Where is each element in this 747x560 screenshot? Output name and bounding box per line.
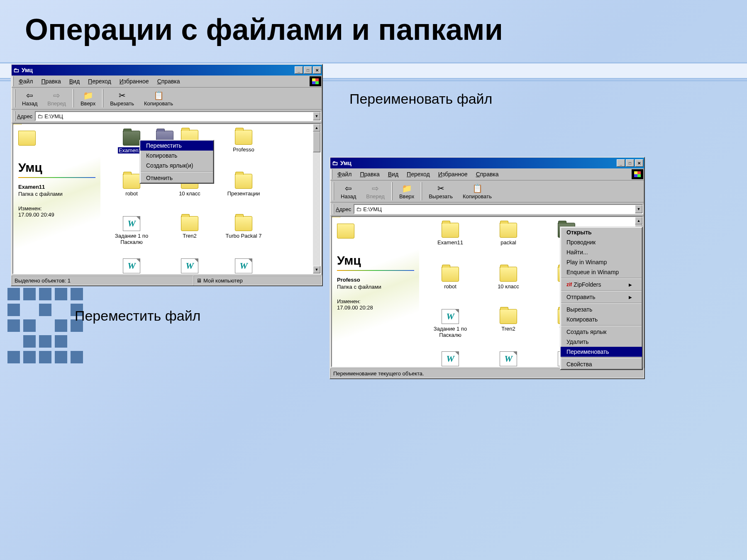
menu-properties[interactable]: Свойства: [561, 359, 642, 369]
title-text: Умц: [340, 160, 352, 166]
copy-button[interactable]: 📋Копировать: [458, 183, 497, 200]
up-button[interactable]: 📁Вверх: [76, 90, 100, 107]
client-area: Умц Examen11 Папка с файлами Изменен: 17…: [12, 123, 321, 274]
folder-item[interactable]: Examen11: [423, 223, 477, 246]
folder-item[interactable]: Turbo Packal 7: [217, 216, 271, 239]
menu-copy-here[interactable]: Копировать: [140, 151, 213, 161]
menu-create-shortcut[interactable]: Создать ярлык: [561, 327, 642, 337]
vertical-scrollbar[interactable]: ▲ ▼: [313, 124, 320, 273]
menu-play-winamp[interactable]: Play in Winamp: [561, 257, 642, 267]
minimize-button[interactable]: _: [617, 159, 625, 167]
menu-open[interactable]: Открыть: [561, 227, 642, 237]
scroll-down-icon[interactable]: ▼: [313, 266, 320, 273]
menu-file[interactable]: Файл: [15, 76, 37, 86]
file-item[interactable]: WЗадание 1 по Паскалю: [105, 216, 159, 245]
icons-area[interactable]: Examen11 Exa Professo Professo robot 10 …: [100, 124, 313, 273]
caption-move-file: Переместить файл: [75, 308, 200, 324]
file-item[interactable]: WЗадание 1 по Паскалю: [423, 309, 477, 338]
cut-button[interactable]: ✂Вырезать: [105, 90, 139, 107]
minimize-button[interactable]: _: [295, 66, 303, 74]
address-combo[interactable]: 🗀 E:\УМЦ ▼: [35, 111, 321, 121]
zif-icon: zif: [566, 282, 572, 287]
menu-view[interactable]: Вид: [65, 76, 84, 86]
menu-create-shortcut[interactable]: Создать ярлык(и): [140, 161, 213, 170]
file-item[interactable]: W: [163, 258, 217, 274]
menu-zipfolders[interactable]: zifZipFolders▶: [561, 280, 642, 290]
modified-label: Изменен:: [18, 205, 95, 212]
folder-item[interactable]: Tren2: [163, 216, 217, 239]
titlebar[interactable]: 🗀 Умц _ □ ✕: [330, 158, 644, 168]
menu-explorer[interactable]: Проводник: [561, 237, 642, 247]
folder-item[interactable]: packal: [481, 223, 535, 246]
file-item[interactable]: W: [423, 351, 477, 367]
scroll-thumb[interactable]: [313, 131, 320, 152]
modified-value: 17.09.00 20:49: [18, 212, 95, 218]
forward-button[interactable]: ⇨Вперед: [42, 90, 71, 107]
menu-send-to[interactable]: Отправить▶: [561, 292, 642, 302]
file-item[interactable]: W: [481, 351, 535, 367]
drive-name: Умц: [337, 253, 414, 268]
menu-edit[interactable]: Правка: [356, 169, 383, 179]
status-zone: 🖥 Мой компьютер: [193, 275, 322, 285]
menu-cancel[interactable]: Отменить: [140, 173, 213, 183]
up-folder-icon: 📁: [402, 183, 412, 193]
windows-logo-icon: [632, 169, 643, 179]
address-value: E:\УМЦ: [363, 206, 382, 212]
selected-type: Папка с файлами: [337, 284, 414, 290]
modified-label: Изменен:: [337, 298, 414, 304]
menu-copy[interactable]: Копировать: [561, 314, 642, 324]
menu-file[interactable]: Файл: [333, 169, 356, 179]
file-item[interactable]: W: [105, 258, 159, 274]
submenu-arrow-icon: ▶: [629, 295, 632, 299]
titlebar[interactable]: 🗀 Умц _ □ ✕: [12, 65, 322, 75]
folder-item[interactable]: 10 класс: [481, 267, 535, 290]
scroll-up-icon[interactable]: ▲: [313, 124, 320, 131]
folder-item[interactable]: robot: [423, 267, 477, 290]
menu-favorites[interactable]: Избранное: [115, 76, 153, 86]
up-button[interactable]: 📁Вверх: [394, 183, 419, 200]
back-button[interactable]: ⇦Назад: [336, 183, 361, 200]
menu-find[interactable]: Найти...: [561, 247, 642, 257]
maximize-button[interactable]: □: [304, 66, 312, 74]
close-button[interactable]: ✕: [635, 159, 643, 167]
menu-go[interactable]: Переход: [84, 76, 115, 86]
maximize-button[interactable]: □: [626, 159, 634, 167]
menu-delete[interactable]: Удалить: [561, 337, 642, 347]
folder-item[interactable]: Tren2: [481, 309, 535, 332]
folder-item[interactable]: Professo: [217, 130, 271, 153]
dropdown-icon[interactable]: ▼: [635, 205, 642, 213]
dropdown-icon[interactable]: ▼: [313, 112, 320, 120]
decorative-squares: [6, 286, 89, 365]
status-selection-count: Выделено объектов: 1: [12, 275, 193, 285]
menu-go[interactable]: Переход: [403, 169, 434, 179]
menu-rename[interactable]: Переименовать: [561, 347, 642, 357]
close-button[interactable]: ✕: [313, 66, 321, 74]
address-bar: Адрес 🗀 E:\УМЦ ▼: [330, 202, 644, 216]
cut-button[interactable]: ✂Вырезать: [424, 183, 458, 200]
menubar: Файл Правка Вид Переход Избранное Справк…: [330, 168, 644, 180]
menu-enqueue-winamp[interactable]: Enqueue in Winamp: [561, 267, 642, 277]
folder-icon: 🗀: [37, 113, 43, 119]
address-combo[interactable]: 🗀 E:\УМЦ ▼: [354, 204, 643, 214]
folder-item[interactable]: Презентации: [217, 174, 271, 197]
folder-icon: 🗀: [12, 67, 20, 73]
menu-help[interactable]: Справка: [472, 169, 503, 179]
menu-view[interactable]: Вид: [384, 169, 403, 179]
file-item[interactable]: W: [217, 258, 271, 274]
menu-move-here[interactable]: Переместить: [140, 141, 213, 151]
scissors-icon: ✂: [437, 183, 444, 193]
back-button[interactable]: ⇦Назад: [17, 90, 42, 107]
title-text: Умц: [22, 67, 33, 73]
info-pane: Умц Professo Папка с файлами Изменен: 17…: [332, 217, 419, 366]
selected-type: Папка с файлами: [18, 191, 95, 197]
back-arrow-icon: ⇦: [345, 183, 352, 193]
scroll-up-icon[interactable]: ▲: [635, 217, 642, 224]
forward-button[interactable]: ⇨Вперед: [361, 183, 390, 200]
menu-cut[interactable]: Вырезать: [561, 304, 642, 314]
back-arrow-icon: ⇦: [26, 90, 33, 100]
copy-icon: 📋: [472, 183, 483, 193]
menu-edit[interactable]: Правка: [37, 76, 65, 86]
copy-button[interactable]: 📋Копировать: [139, 90, 178, 107]
menu-favorites[interactable]: Избранное: [434, 169, 472, 179]
menu-help[interactable]: Справка: [153, 76, 184, 86]
